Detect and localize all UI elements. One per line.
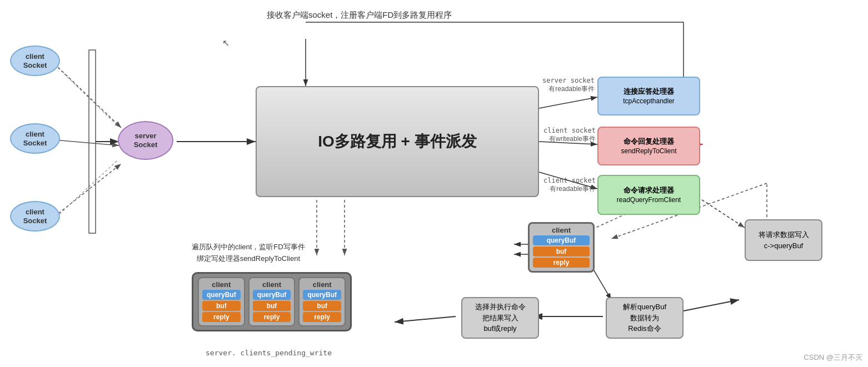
svg-line-28 <box>694 194 745 228</box>
queue-bottom-label: server. clients_pending_write <box>206 349 332 357</box>
handler-query-subtitle: readQueryFromClient <box>617 195 681 205</box>
handler-reply-title: 命令回复处理器 <box>623 137 674 147</box>
process-write-query: 将请求数据写入c->queryBuf <box>745 219 822 261</box>
svg-line-25 <box>395 316 456 322</box>
svg-line-29 <box>684 300 739 311</box>
process-parse: 解析queryBuf数据转为Redis命令 <box>606 297 684 339</box>
queue-label: 遍历队列中的client，监听FD写事件绑定写处理器sendReplyToCli… <box>192 242 305 265</box>
process-parse-label: 解析queryBuf数据转为Redis命令 <box>623 301 666 334</box>
client-socket-3: clientSocket <box>10 201 60 232</box>
queue-client-2: client queryBuf buf reply <box>248 277 296 326</box>
svg-line-7 <box>54 164 121 217</box>
cursor-indicator: ↖ <box>222 38 230 48</box>
svg-rect-10 <box>89 50 96 233</box>
handler-query: 命令请求处理器 readQueryFromClient <box>597 175 700 215</box>
svg-line-6 <box>54 140 119 145</box>
process-execute: 选择并执行命令把结果写入buf或reply <box>461 297 539 339</box>
client-socket-1: clientSocket <box>10 46 60 76</box>
client-field-querybuf: queryBuf <box>533 235 590 245</box>
top-label: 接收客户端socket，注册客户端FD到多路复用程序 <box>267 10 452 21</box>
svg-line-8 <box>56 66 117 125</box>
queue-client-1: client queryBuf buf reply <box>198 277 245 326</box>
svg-line-16 <box>539 97 597 108</box>
handler-connect: 连接应答处理器 tcpAccepthandler <box>597 77 700 115</box>
watermark: CSDN @三月不灭 <box>804 353 862 363</box>
handler-connect-subtitle: tcpAccepthandler <box>623 97 675 106</box>
queue-clients: client queryBuf buf reply client queryBu… <box>192 272 352 331</box>
handler-reply: 命令回复处理器 sendReplyToClient <box>597 127 700 165</box>
process-execute-label: 选择并执行命令把结果写入buf或reply <box>475 301 526 334</box>
queue-client-3: client queryBuf buf reply <box>298 277 346 326</box>
handler-query-title: 命令请求处理器 <box>623 185 674 195</box>
io-mux-box: IO多路复用 + 事件派发 <box>256 86 539 197</box>
client-socket-2: clientSocket <box>10 123 60 154</box>
client-struct-title: client <box>533 226 590 234</box>
client-field-buf: buf <box>533 247 590 257</box>
process-write-query-label: 将请求数据写入c->queryBuf <box>759 229 809 251</box>
client-field-reply: reply <box>533 258 590 268</box>
handler2-label: client socket有writeable事件 <box>540 127 596 144</box>
handler3-label: client socket有readable事件 <box>540 177 596 194</box>
server-socket: serverSocket <box>118 121 173 160</box>
client-struct-main: client queryBuf buf reply <box>528 222 595 273</box>
svg-line-9 <box>56 161 117 218</box>
handler-connect-title: 连接应答处理器 <box>623 87 674 97</box>
handler1-label: server socket有readable事件 <box>539 77 595 94</box>
handler-reply-subtitle: sendReplyToClient <box>621 147 676 156</box>
svg-line-5 <box>54 64 121 128</box>
diagram-container: 接收客户端socket，注册客户端FD到多路复用程序 clientSocket … <box>0 0 868 367</box>
